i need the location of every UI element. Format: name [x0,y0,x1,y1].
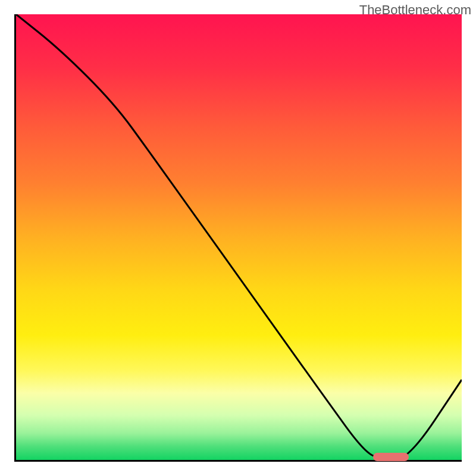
watermark-text: TheBottleneck.com [359,2,471,18]
optimal-range-marker [373,453,409,461]
plot-area [14,14,462,462]
chart-container: TheBottleneck.com [0,0,476,476]
bottleneck-curve [16,14,462,460]
